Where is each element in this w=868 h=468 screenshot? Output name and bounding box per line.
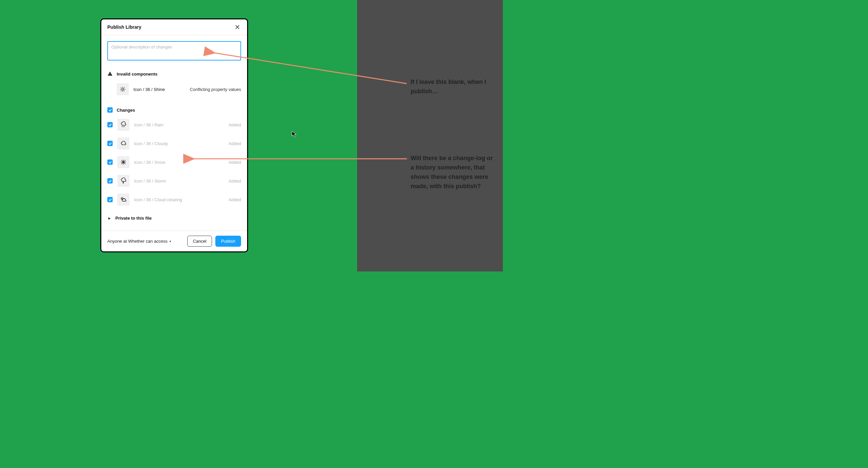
- dialog-header: Publish Library: [101, 20, 247, 35]
- chevron-down-icon: ▾: [169, 240, 171, 243]
- change-name: Icon / 36 / Cloud clearing: [134, 197, 224, 202]
- cloudy-icon: [117, 137, 129, 149]
- change-row[interactable]: Icon / 36 / Cloudy Added: [107, 134, 241, 153]
- shine-icon: [117, 83, 129, 95]
- private-to-file-toggle[interactable]: ▶ Private to this file: [107, 209, 241, 226]
- access-label: Anyone at Whether can access: [107, 239, 167, 244]
- invalid-components-heading-row: Invalid components: [107, 65, 241, 79]
- mouse-cursor-icon: [291, 131, 297, 138]
- warning-icon: [107, 71, 113, 76]
- publish-library-dialog: Publish Library Invalid components: [100, 19, 248, 252]
- private-to-file-label: Private to this file: [115, 216, 152, 221]
- svg-point-4: [122, 88, 124, 90]
- change-checkbox[interactable]: [107, 178, 113, 184]
- description-input[interactable]: [107, 41, 241, 61]
- close-button[interactable]: [234, 23, 241, 31]
- invalid-component-name: Icon / 36 / Shine: [133, 87, 185, 92]
- change-row[interactable]: Icon / 36 / Storm Added: [107, 171, 241, 190]
- annotation-blank-description: If I leave this blank, when I publish…: [411, 77, 494, 96]
- change-status: Added: [228, 197, 241, 202]
- change-checkbox[interactable]: [107, 197, 113, 202]
- svg-line-13: [122, 126, 122, 127]
- dialog-footer: Anyone at Whether can access ▾ Cancel Pu…: [101, 231, 247, 251]
- svg-line-9: [121, 88, 122, 88]
- storm-icon: [117, 175, 129, 187]
- invalid-component-row[interactable]: Icon / 36 / Shine Conflicting property v…: [107, 79, 241, 101]
- close-icon: [235, 25, 240, 29]
- publish-button[interactable]: Publish: [215, 236, 241, 247]
- svg-line-12: [121, 91, 122, 91]
- dialog-title: Publish Library: [107, 24, 142, 30]
- changes-heading-row: Changes: [107, 101, 241, 115]
- invalid-components-label: Invalid components: [117, 71, 157, 76]
- access-dropdown[interactable]: Anyone at Whether can access ▾: [107, 239, 171, 244]
- change-status: Added: [228, 179, 241, 184]
- change-checkbox[interactable]: [107, 122, 113, 127]
- snow-icon: [117, 156, 129, 168]
- change-name: Icon / 36 / Storm: [134, 179, 224, 184]
- change-status: Added: [228, 122, 241, 127]
- change-name: Icon / 36 / Cloudy: [134, 141, 224, 146]
- svg-line-14: [123, 126, 123, 127]
- change-row[interactable]: Icon / 36 / Cloud clearing Added: [107, 190, 241, 209]
- change-name: Icon / 36 / Snow: [134, 160, 224, 165]
- svg-line-23: [121, 197, 121, 198]
- change-status: Added: [228, 141, 241, 146]
- cloud-clearing-icon: [117, 193, 129, 206]
- svg-line-11: [124, 88, 125, 88]
- dialog-body: Invalid components Icon / 36 / Shine Con…: [101, 35, 247, 231]
- cancel-button[interactable]: Cancel: [187, 236, 212, 247]
- svg-line-10: [124, 91, 125, 91]
- changes-select-all-checkbox[interactable]: [107, 107, 113, 113]
- annotations-panel: [357, 0, 503, 272]
- change-name: Icon / 36 / Rain: [134, 122, 224, 127]
- svg-rect-3: [110, 75, 110, 75]
- change-checkbox[interactable]: [107, 141, 113, 146]
- invalid-component-reason: Conflicting property values: [190, 87, 241, 92]
- chevron-right-icon: ▶: [107, 217, 111, 220]
- rain-icon: [117, 119, 129, 131]
- change-row[interactable]: Icon / 36 / Snow Added: [107, 153, 241, 171]
- change-checkbox[interactable]: [107, 159, 113, 165]
- annotation-changelog-question: Will there be a change-log or a history …: [411, 154, 494, 191]
- changes-label: Changes: [117, 107, 135, 113]
- change-row[interactable]: Icon / 36 / Rain Added: [107, 115, 241, 134]
- svg-rect-2: [110, 73, 110, 74]
- svg-line-15: [124, 126, 125, 127]
- change-status: Added: [228, 160, 241, 165]
